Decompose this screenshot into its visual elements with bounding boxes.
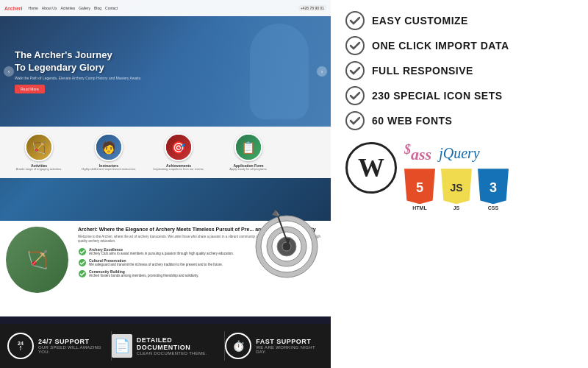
css3-label: CSS: [488, 205, 498, 210]
activity-card-4: 📋 Application Form Apply easily for all …: [215, 133, 282, 171]
docs-text: DETAILED DOCUMENTION CLEAN DOCUMENTED TH…: [137, 336, 224, 355]
community-icon: [78, 269, 87, 278]
css3-badge-wrapper: 3 CSS: [478, 169, 509, 210]
support-title: 24/7 SUPPORT: [38, 338, 111, 345]
svg-point-15: [346, 62, 364, 79]
activity-image-1: 🏹: [25, 133, 53, 161]
tech-section: W $ass jQuery: [345, 142, 573, 210]
activity-card-1: 🏹 Activities A wide range of engaging ac…: [6, 133, 72, 171]
activity-desc-1: A wide range of engaging activities.: [16, 168, 62, 171]
web-fonts-check-icon: [345, 111, 365, 130]
hero-image-area: [213, 16, 331, 127]
bottom-archer-image: 🏹: [6, 227, 68, 293]
activity-card-2: 🧑 Instructors Highly skilled and experie…: [76, 133, 142, 171]
feature-icon-sets: 230 SPECIAL ICON SETS: [345, 86, 573, 105]
bottom-strip: 24 7 24/7 SUPPORT OUR SPEED WILL AMAZING…: [0, 324, 331, 368]
js-badge-wrapper: JS JS: [441, 169, 472, 210]
feature-community-text: Community Building Archeri fosters bonds…: [89, 269, 199, 277]
logos-right: $ass jQuery 5 HTML: [404, 142, 509, 210]
nav-link[interactable]: About Us: [42, 6, 57, 10]
fast-text: FAST SUPPORT WE ARE WORKING NIGHT DAY.: [256, 338, 323, 354]
next-arrow-button[interactable]: ›: [317, 66, 327, 77]
nav-link[interactable]: Blog: [94, 6, 101, 10]
svg-point-5: [282, 242, 291, 251]
excellence-icon: [78, 247, 87, 256]
sass-logo: $ass: [404, 142, 431, 164]
bottom-left: 🏹: [0, 221, 74, 316]
import-data-label: ONE CLICK IMPORT DATA: [372, 40, 509, 52]
wordpress-logo: W: [345, 142, 397, 194]
fast-icon: ⏱️: [225, 333, 251, 359]
svg-point-13: [346, 12, 364, 29]
feature-web-fonts: 60 WEB FONTS: [345, 111, 573, 130]
activity-image-4: 📋: [234, 133, 262, 161]
activity-desc-2: Highly skilled and experienced instructo…: [82, 168, 137, 171]
easy-customize-check-icon: [345, 11, 365, 30]
responsive-check-icon: [345, 61, 365, 80]
logos-row-sass-jquery: $ass jQuery: [404, 142, 509, 164]
hero-section: The Archer's Journey To Legendary Glory …: [0, 16, 331, 127]
prev-arrow-button[interactable]: ‹: [4, 66, 14, 77]
strip-fast: ⏱️ FAST SUPPORT WE ARE WORKING NIGHT DAY…: [225, 333, 323, 359]
html5-label: HTML: [412, 205, 426, 210]
docs-icon: 📄: [112, 334, 132, 358]
css3-badge: 3: [478, 169, 509, 204]
fast-title: FAST SUPPORT: [256, 338, 323, 345]
support-icon: 24 7: [7, 333, 34, 359]
svg-point-17: [346, 112, 364, 130]
html5-badge: 5: [404, 169, 435, 204]
hero-subtitle: Walk the Path of Legends, Elevate Archer…: [15, 76, 142, 80]
feature-excellence-text: Archery Excellence Archery Club aims to …: [89, 247, 234, 255]
target-overlay: [254, 206, 320, 283]
js-label: JS: [453, 205, 460, 210]
logos-row-badges: 5 HTML JS JS 3 CSS: [404, 169, 509, 210]
icon-sets-label: 230 SPECIAL ICON SETS: [372, 90, 503, 102]
svg-point-14: [346, 37, 364, 54]
nav-phone: +426 78 90 01: [298, 5, 326, 11]
easy-customize-label: EASY CUSTOMIZE: [372, 15, 468, 26]
feature-responsive: FULL RESPONSIVE: [345, 61, 573, 80]
wordpress-letter: W: [358, 152, 384, 183]
import-data-check-icon: [345, 36, 365, 55]
jquery-label: jQuery: [439, 145, 480, 161]
cultural-icon: [78, 258, 87, 267]
nav-logo: Archeri: [4, 6, 23, 11]
js-badge: JS: [441, 169, 472, 204]
hero-title: The Archer's Journey To Legendary Glory: [15, 49, 142, 74]
icon-sets-check-icon: [345, 86, 365, 105]
activity-image-2: 🧑: [95, 133, 123, 161]
activity-row: 🏹 Activities A wide range of engaging ac…: [0, 127, 331, 178]
nav-link[interactable]: Contact: [105, 6, 118, 10]
hero-content: The Archer's Journey To Legendary Glory …: [0, 38, 157, 105]
html5-number: 5: [416, 180, 423, 196]
nav-bar: Archeri Home About Us Activities Gallery…: [0, 0, 331, 16]
css3-number: 3: [490, 180, 497, 196]
js-number: JS: [450, 182, 462, 194]
html5-badge-wrapper: 5 HTML: [404, 169, 435, 210]
svg-point-16: [346, 87, 364, 105]
feature-cultural-text: Cultural Preservation We safeguard and t…: [89, 258, 223, 266]
strip-docs: 📄 DETAILED DOCUMENTION CLEAN DOCUMENTED …: [112, 334, 224, 358]
feature-import-data: ONE CLICK IMPORT DATA: [345, 36, 573, 55]
nav-link[interactable]: Gallery: [79, 6, 90, 10]
right-panel: EASY CUSTOMIZE ONE CLICK IMPORT DATA FUL…: [331, 0, 588, 368]
activity-desc-3: Captivating snapshots from our events.: [153, 168, 204, 171]
web-fonts-label: 60 WEB FONTS: [372, 115, 452, 127]
docs-subtitle: CLEAN DOCUMENTED THEME.: [137, 351, 224, 355]
fast-subtitle: WE ARE WORKING NIGHT DAY.: [256, 345, 323, 354]
support-subtitle: OUR SPEED WILL AMAZING YOU.: [38, 345, 111, 354]
activity-card-3: 🎯 Achievements Captivating snapshots fro…: [146, 133, 212, 171]
features-list: EASY CUSTOMIZE ONE CLICK IMPORT DATA FUL…: [345, 11, 573, 136]
support-text: 24/7 SUPPORT OUR SPEED WILL AMAZING YOU.: [38, 338, 111, 354]
bottom-content-section: 🏹 Archeri: Where the Elegance of Archery…: [0, 221, 331, 316]
nav-links: Home About Us Activities Gallery Blog Co…: [29, 6, 118, 10]
archer-figure: [250, 24, 309, 119]
nav-link[interactable]: Activities: [60, 6, 75, 10]
docs-title: DETAILED DOCUMENTION: [137, 336, 224, 351]
responsive-label: FULL RESPONSIVE: [372, 65, 473, 77]
nav-link[interactable]: Home: [29, 6, 38, 10]
jquery-logo: jQuery: [439, 145, 480, 162]
activity-image-3: 🎯: [165, 133, 193, 161]
hero-read-more-button[interactable]: Read More: [15, 85, 45, 93]
feature-easy-customize: EASY CUSTOMIZE: [345, 11, 573, 30]
